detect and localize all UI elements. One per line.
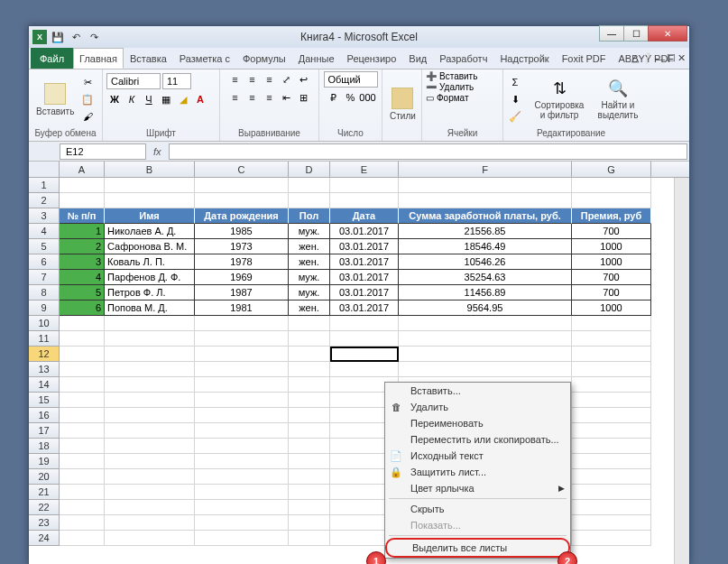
help-icon[interactable]: ❔ xyxy=(640,52,653,64)
empty-cell[interactable] xyxy=(105,393,195,408)
row-header[interactable]: 13 xyxy=(29,362,60,377)
table-cell[interactable]: 1978 xyxy=(195,254,289,270)
empty-cell[interactable] xyxy=(572,515,651,531)
row-header[interactable]: 5 xyxy=(29,239,60,254)
table-cell[interactable]: 700 xyxy=(572,224,651,239)
table-cell[interactable]: 1987 xyxy=(195,285,289,300)
col-header-F[interactable]: F xyxy=(399,162,572,177)
empty-cell[interactable] xyxy=(60,377,105,393)
empty-cell[interactable] xyxy=(572,439,651,454)
row-header[interactable]: 12 xyxy=(29,347,60,362)
empty-cell[interactable] xyxy=(60,515,105,531)
table-cell[interactable]: Николаев А. Д. xyxy=(105,224,195,239)
row-header[interactable]: 11 xyxy=(29,331,60,347)
empty-cell[interactable] xyxy=(572,531,651,546)
tab-developer[interactable]: Разработч xyxy=(433,48,493,69)
tab-foxit[interactable]: Foxit PDF xyxy=(556,48,613,69)
table-cell[interactable]: Сафронова В. М. xyxy=(105,239,195,254)
currency-icon[interactable]: ₽ xyxy=(326,89,342,106)
table-header[interactable]: Имя xyxy=(105,208,195,224)
row-header[interactable]: 22 xyxy=(29,500,60,515)
row-header[interactable]: 7 xyxy=(29,270,60,285)
row-header[interactable]: 6 xyxy=(29,254,60,270)
cm-tab-color[interactable]: Цвет ярлычка▶ xyxy=(385,480,570,496)
table-cell[interactable]: 3 xyxy=(60,254,105,270)
undo-icon[interactable]: ↶ xyxy=(69,30,83,44)
table-cell[interactable]: 1 xyxy=(60,224,105,239)
empty-cell[interactable] xyxy=(289,316,330,331)
table-cell[interactable]: 03.01.2017 xyxy=(330,300,399,316)
empty-cell[interactable] xyxy=(105,377,195,393)
empty-cell[interactable] xyxy=(289,408,330,423)
table-cell[interactable]: муж. xyxy=(289,224,330,239)
table-cell[interactable]: 1981 xyxy=(195,300,289,316)
table-cell[interactable]: Петров Ф. Л. xyxy=(105,285,195,300)
empty-cell[interactable] xyxy=(60,485,105,500)
row-header[interactable]: 9 xyxy=(29,300,60,316)
table-cell[interactable]: муж. xyxy=(289,270,330,285)
row-header[interactable]: 24 xyxy=(29,531,60,546)
empty-cell[interactable] xyxy=(105,515,195,531)
format-painter-icon[interactable]: 🖌 xyxy=(79,108,96,125)
empty-cell[interactable] xyxy=(105,439,195,454)
col-header-G[interactable]: G xyxy=(572,162,651,177)
row-header[interactable]: 4 xyxy=(29,224,60,239)
underline-icon[interactable]: Ч xyxy=(141,91,157,107)
table-header[interactable]: Дата рождения xyxy=(195,208,289,224)
indent-dec-icon[interactable]: ⇤ xyxy=(279,89,295,106)
close-button[interactable]: ✕ xyxy=(648,25,687,42)
percent-icon[interactable]: % xyxy=(343,89,359,106)
empty-cell[interactable] xyxy=(330,362,399,377)
empty-cell[interactable] xyxy=(60,454,105,469)
sort-filter-button[interactable]: ⇅ Сортировка и фильтр xyxy=(529,77,590,122)
autosum-icon[interactable]: Σ xyxy=(507,74,523,90)
font-size-select[interactable] xyxy=(162,73,191,89)
redo-icon[interactable]: ↷ xyxy=(87,30,101,44)
empty-cell[interactable] xyxy=(105,193,195,208)
empty-cell[interactable] xyxy=(60,178,105,193)
cm-hide[interactable]: Скрыть xyxy=(385,501,570,517)
table-cell[interactable]: 2 xyxy=(60,239,105,254)
empty-cell[interactable] xyxy=(399,331,572,347)
empty-cell[interactable] xyxy=(330,331,399,347)
empty-cell[interactable] xyxy=(195,531,289,546)
table-cell[interactable]: жен. xyxy=(289,239,330,254)
empty-cell[interactable] xyxy=(572,500,651,515)
empty-cell[interactable] xyxy=(399,178,572,193)
table-cell[interactable]: 5 xyxy=(60,285,105,300)
empty-cell[interactable] xyxy=(60,469,105,485)
empty-cell[interactable] xyxy=(195,362,289,377)
cm-rename[interactable]: Переименовать xyxy=(385,415,570,431)
empty-cell[interactable] xyxy=(289,515,330,531)
col-header-D[interactable]: D xyxy=(289,162,330,177)
row-header[interactable]: 18 xyxy=(29,439,60,454)
fx-icon[interactable]: fx xyxy=(146,146,169,157)
formula-input[interactable] xyxy=(169,143,687,160)
table-cell[interactable]: 21556.85 xyxy=(399,224,572,239)
table-cell[interactable]: 1985 xyxy=(195,224,289,239)
row-header[interactable]: 3 xyxy=(29,208,60,224)
table-cell[interactable]: 700 xyxy=(572,270,651,285)
table-cell[interactable]: 35254.63 xyxy=(399,270,572,285)
empty-cell[interactable] xyxy=(572,393,651,408)
empty-cell[interactable] xyxy=(289,377,330,393)
copy-icon[interactable]: 📋 xyxy=(79,91,96,107)
empty-cell[interactable] xyxy=(399,347,572,362)
empty-cell[interactable] xyxy=(195,454,289,469)
row-header[interactable]: 16 xyxy=(29,408,60,423)
empty-cell[interactable] xyxy=(105,316,195,331)
empty-cell[interactable] xyxy=(105,178,195,193)
align-top-icon[interactable]: ≡ xyxy=(227,71,244,88)
wrap-text-icon[interactable]: ↩ xyxy=(296,71,312,88)
cm-view-code[interactable]: 📄Исходный текст xyxy=(385,448,570,464)
empty-cell[interactable] xyxy=(289,362,330,377)
empty-cell[interactable] xyxy=(289,193,330,208)
empty-cell[interactable] xyxy=(289,485,330,500)
empty-cell[interactable] xyxy=(60,423,105,439)
table-cell[interactable]: 700 xyxy=(572,285,651,300)
align-center-icon[interactable]: ≡ xyxy=(244,89,261,106)
vertical-scrollbar[interactable] xyxy=(674,178,689,564)
table-cell[interactable]: 1969 xyxy=(195,270,289,285)
empty-cell[interactable] xyxy=(289,393,330,408)
table-cell[interactable]: 4 xyxy=(60,270,105,285)
